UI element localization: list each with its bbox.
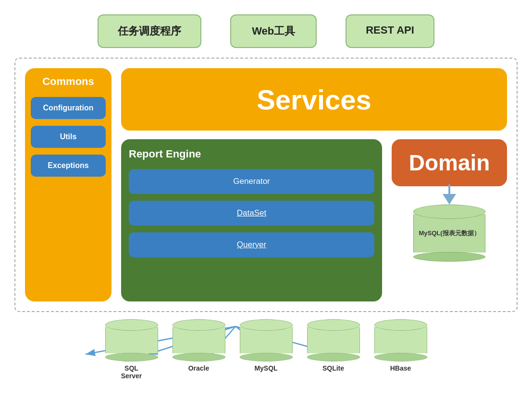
arrow-stem bbox=[448, 184, 450, 194]
db-label-oracle: Oracle bbox=[188, 364, 210, 372]
domain-box: Domain bbox=[392, 139, 507, 186]
db-label-sql: SQLServer bbox=[121, 364, 142, 380]
top-box-web: Web工具 bbox=[230, 14, 317, 48]
report-engine-panel: Report Engine Generator DataSet Queryer bbox=[121, 139, 382, 301]
db-cyl-bottom-oracle bbox=[173, 353, 225, 361]
db-item-hbase: HBase bbox=[374, 319, 427, 380]
db-cyl-body-sqlite bbox=[307, 327, 360, 353]
db-cyl-bottom-mysql bbox=[240, 353, 293, 361]
mysql-cylinder: MySQL(报表元数据） bbox=[413, 205, 485, 262]
domain-arrow bbox=[443, 184, 456, 205]
engine-item-dataset: DataSet bbox=[129, 201, 374, 226]
top-section: 任务调度程序 Web工具 REST API bbox=[0, 0, 532, 58]
commons-item-config: Configuration bbox=[31, 97, 106, 119]
db-cyl-top-sql bbox=[105, 319, 158, 331]
db-label-sqlite: SQLite bbox=[322, 364, 344, 372]
db-cyl-body-oracle bbox=[173, 327, 225, 353]
db-label-hbase: HBase bbox=[390, 364, 411, 372]
cyl-bottom bbox=[413, 252, 485, 262]
db-cyl-body-mysql bbox=[240, 327, 293, 353]
commons-panel: Commons Configuration Utils Exceptions bbox=[25, 68, 111, 301]
commons-item-utils: Utils bbox=[31, 126, 106, 148]
cyl-body: MySQL(报表元数据） bbox=[413, 214, 485, 253]
db-cyl-top-sqlite bbox=[307, 319, 360, 331]
top-box-scheduler: 任务调度程序 bbox=[98, 14, 201, 48]
engine-item-generator: Generator bbox=[129, 169, 374, 194]
db-item-mysql: MySQL bbox=[240, 319, 293, 380]
top-box-rest: REST API bbox=[346, 14, 434, 48]
commons-title: Commons bbox=[42, 75, 94, 88]
main-container: Commons Configuration Utils Exceptions S… bbox=[14, 58, 518, 312]
db-cyl-top-hbase bbox=[374, 319, 427, 331]
report-engine-title: Report Engine bbox=[129, 148, 374, 160]
domain-section: Domain MySQL(报表元数据） bbox=[392, 139, 507, 301]
db-section: SQLServer Oracle MySQL SQLite HBase bbox=[0, 312, 532, 389]
mysql-label: MySQL(报表元数据） bbox=[416, 229, 482, 238]
top-box-scheduler-label: 任务调度程序 bbox=[118, 25, 181, 37]
db-cyl-bottom-sql bbox=[105, 353, 158, 361]
bottom-row: Report Engine Generator DataSet Queryer … bbox=[121, 139, 507, 301]
services-title: Services bbox=[257, 84, 371, 116]
services-box: Services bbox=[121, 68, 507, 131]
cyl-top bbox=[413, 205, 485, 219]
db-cyl-top-oracle bbox=[173, 319, 225, 331]
arrow-head bbox=[443, 194, 456, 205]
top-box-rest-label: REST API bbox=[366, 24, 414, 36]
right-section: Services Report Engine Generator DataSet… bbox=[121, 68, 507, 301]
db-cyl-bottom-sqlite bbox=[307, 353, 360, 361]
db-item-oracle: Oracle bbox=[173, 319, 225, 380]
db-cyl-top-mysql bbox=[240, 319, 293, 331]
db-item-sqlite: SQLite bbox=[307, 319, 360, 380]
engine-item-queryer: Queryer bbox=[129, 232, 374, 257]
top-box-web-label: Web工具 bbox=[252, 25, 295, 37]
db-cyl-body-hbase bbox=[374, 327, 427, 353]
commons-item-exceptions: Exceptions bbox=[31, 155, 106, 177]
db-cyl-body-sql bbox=[105, 327, 158, 353]
db-label-mysql: MySQL bbox=[254, 364, 277, 372]
db-cyl-bottom-hbase bbox=[374, 353, 427, 361]
db-item-sql-server: SQLServer bbox=[105, 319, 158, 380]
